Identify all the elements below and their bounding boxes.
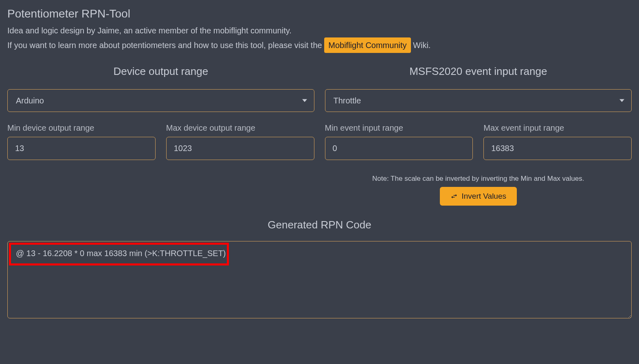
subtitle-line2-post: Wiki. bbox=[411, 41, 431, 50]
event-input-column: MSFS2020 event input range Throttle Min … bbox=[325, 65, 632, 206]
max-event-label: Max event input range bbox=[483, 123, 632, 133]
min-event-input[interactable] bbox=[325, 137, 473, 160]
event-select[interactable]: Throttle bbox=[325, 89, 632, 112]
device-output-column: Device output range Arduino Min device o… bbox=[7, 65, 314, 206]
subtitle-line1: Idea and logic design by Jaime, an activ… bbox=[7, 26, 292, 35]
event-input-heading: MSFS2020 event input range bbox=[325, 65, 632, 78]
rpn-code-output[interactable] bbox=[7, 241, 632, 318]
min-device-label: Min device output range bbox=[7, 123, 156, 133]
device-output-heading: Device output range bbox=[7, 65, 314, 78]
swap-icon bbox=[450, 193, 458, 200]
generated-code-heading: Generated RPN Code bbox=[7, 219, 632, 231]
subtitle-line2-pre: If you want to learn more about potentio… bbox=[7, 41, 324, 50]
max-event-input[interactable] bbox=[483, 137, 632, 160]
device-select[interactable]: Arduino bbox=[7, 89, 314, 112]
max-device-label: Max device output range bbox=[166, 123, 314, 133]
community-link[interactable]: Mobiflight Community bbox=[324, 37, 411, 53]
invert-note: Note: The scale can be inverted by inver… bbox=[325, 175, 632, 183]
invert-values-button[interactable]: Invert Values bbox=[440, 187, 517, 206]
invert-button-label: Invert Values bbox=[462, 192, 506, 201]
max-device-input[interactable] bbox=[166, 137, 314, 160]
min-event-label: Min event input range bbox=[325, 123, 473, 133]
page-title: Potentiometer RPN-Tool bbox=[7, 7, 632, 20]
min-device-input[interactable] bbox=[7, 137, 156, 160]
